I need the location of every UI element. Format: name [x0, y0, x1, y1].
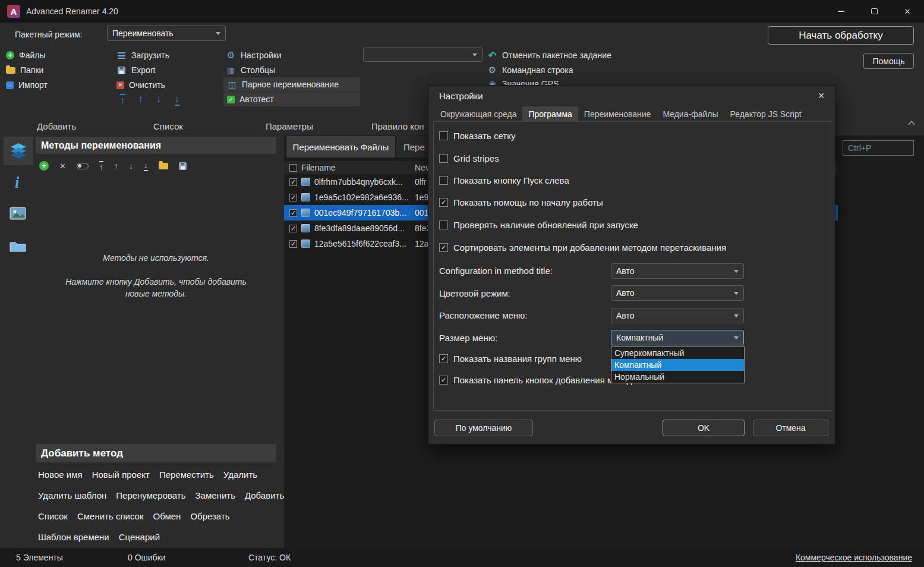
method-link[interactable]: Список — [38, 511, 68, 521]
sidebar-methods-icon[interactable] — [4, 137, 33, 165]
tab-media-files[interactable]: Медиа-файлы — [657, 106, 724, 121]
ok-button[interactable]: OK — [663, 420, 745, 436]
save-preset-button[interactable] — [179, 162, 187, 170]
row-checkbox[interactable] — [289, 240, 297, 248]
remove-method-button[interactable] — [59, 161, 66, 171]
help-button[interactable]: Помощь — [863, 53, 914, 69]
select-config-in-method-title[interactable]: Авто — [611, 263, 744, 279]
checkbox[interactable] — [439, 376, 448, 385]
method-link[interactable]: Обмен — [153, 511, 181, 521]
method-link[interactable]: Заменить — [195, 490, 235, 500]
preset-select[interactable] — [363, 48, 483, 62]
add-method-button[interactable] — [39, 161, 49, 171]
row-checkbox[interactable] — [289, 225, 297, 232]
open-preset-button[interactable] — [159, 163, 168, 169]
setting-show-group-names[interactable]: Показать названия групп меню — [439, 354, 582, 364]
toolbar-export[interactable]: Export — [116, 64, 155, 76]
setting-check-updates[interactable]: Проверять наличие обновлений при запуске — [439, 220, 638, 230]
setting-show-add-method-panel[interactable]: Показать панель кнопок добавления метода — [439, 375, 637, 385]
move-bottom-button[interactable]: ↓ — [175, 94, 180, 106]
method-link[interactable]: Новое имя — [38, 470, 83, 480]
dropdown-option[interactable]: Компактный — [611, 359, 744, 371]
method-link[interactable]: Новый проект — [92, 470, 150, 480]
default-button[interactable]: По умолчанию — [434, 420, 533, 436]
method-link[interactable]: Удалить шаблон — [38, 490, 106, 500]
sidebar-item-import[interactable]: Импорт — [6, 79, 48, 91]
toolbar-load[interactable]: Загрузить — [116, 49, 169, 61]
setting-grid-stripes[interactable]: Grid stripes — [439, 153, 499, 163]
method-link[interactable]: Перенумеровать — [116, 490, 185, 500]
tab-environment[interactable]: Окружающая среда — [434, 106, 522, 121]
toolbar-settings[interactable]: Настройки — [226, 49, 282, 61]
select-menu-size[interactable]: Компактный — [611, 330, 744, 345]
toolbar-command-line[interactable]: Командная строка — [487, 64, 573, 76]
window-title: Advanced Renamer 4.20 — [26, 7, 118, 16]
toolbar-clear[interactable]: Очистить — [116, 79, 165, 91]
method-move-up-button[interactable]: ↑ — [114, 162, 118, 170]
method-link[interactable]: Добавить — [245, 490, 284, 500]
toolbar-pair-rename[interactable]: Парное переименование — [223, 77, 360, 92]
sidebar-image-icon[interactable] — [10, 207, 26, 222]
setting-show-grid[interactable]: Показать сетку — [439, 131, 515, 141]
method-link[interactable]: Переместить — [159, 470, 214, 480]
checkbox[interactable] — [439, 131, 448, 140]
sidebar-item-files[interactable]: Файлы — [6, 49, 45, 61]
checkbox[interactable] — [439, 354, 448, 363]
setting-sort-on-drag[interactable]: Сортировать элементы при добавлении мето… — [439, 242, 726, 253]
method-move-down-button[interactable]: ↓ — [129, 162, 133, 170]
dropdown-option[interactable]: Суперкомпактный — [611, 347, 744, 359]
batch-mode-select[interactable]: Переименовать — [107, 26, 226, 41]
checkbox[interactable] — [439, 154, 448, 163]
section-header-list: Список — [153, 121, 183, 131]
tab-renaming[interactable]: Переименование — [578, 106, 657, 121]
column-header-filename[interactable]: Filename — [301, 163, 336, 172]
start-processing-button[interactable]: Начать обработку — [768, 26, 914, 45]
sidebar-folder-icon[interactable] — [9, 239, 27, 255]
newname-cell: 12a — [415, 239, 428, 248]
undo-icon — [487, 50, 497, 61]
filename-cell: 1e9a5c102e982a6e936... — [314, 193, 409, 202]
sidebar-info-icon[interactable] — [15, 174, 20, 192]
checkbox[interactable] — [439, 243, 448, 252]
tab-rename-files[interactable]: Переименовать Файлы — [286, 136, 395, 158]
minimize-button[interactable] — [824, 0, 857, 23]
files-filter-input[interactable]: Ctrl+P — [843, 140, 914, 156]
toolbar-undo-batch[interactable]: Отменить пакетное задание — [487, 49, 611, 61]
toolbar-columns[interactable]: Столбцы — [226, 64, 275, 76]
move-top-button[interactable]: ↑ — [120, 94, 125, 106]
row-checkbox[interactable] — [289, 209, 297, 217]
method-link[interactable]: Сценарий — [119, 532, 160, 542]
row-checkbox[interactable] — [289, 178, 297, 186]
method-link[interactable]: Обрезать — [190, 511, 229, 521]
select-all-checkbox[interactable] — [289, 164, 297, 172]
import-icon — [6, 81, 14, 89]
row-checkbox[interactable] — [289, 194, 297, 201]
move-down-button[interactable]: ↓ — [156, 94, 162, 106]
method-link[interactable]: Шаблон времени — [38, 532, 109, 542]
method-move-top-button[interactable]: ↑ — [99, 161, 103, 171]
checkbox[interactable] — [439, 198, 448, 207]
maximize-button[interactable] — [857, 0, 891, 23]
method-move-bottom-button[interactable]: ↓ — [144, 161, 148, 171]
tab-program[interactable]: Программа — [522, 106, 578, 121]
dialog-close-button[interactable] — [813, 89, 829, 102]
tab-js-editor[interactable]: Редактор JS Script — [724, 106, 807, 121]
collapse-panel-button[interactable] — [907, 119, 916, 128]
setting-start-button-left[interactable]: Показать кнопку Пуск слева — [439, 175, 569, 185]
dropdown-option[interactable]: Нормальный — [611, 371, 744, 383]
toggle-method-button[interactable] — [77, 163, 89, 169]
select-color-mode[interactable]: Авто — [611, 285, 744, 301]
close-button[interactable] — [891, 0, 924, 23]
checkbox[interactable] — [439, 176, 448, 185]
method-link[interactable]: Удалить — [223, 470, 257, 480]
cancel-button[interactable]: Отмена — [753, 420, 828, 436]
select-menu-position[interactable]: Авто — [611, 308, 744, 323]
move-up-button[interactable]: ↑ — [138, 94, 144, 106]
method-link[interactable]: Сменить список — [77, 511, 144, 521]
toolbar-autotest[interactable]: Автотест — [223, 92, 360, 106]
sidebar-item-folders[interactable]: Папки — [6, 64, 43, 76]
gear-icon — [226, 50, 236, 61]
commercial-use-link[interactable]: Коммерческое использование — [796, 553, 912, 562]
checkbox[interactable] — [439, 220, 448, 229]
setting-startup-help[interactable]: Показать помощь по началу работы — [439, 197, 603, 207]
